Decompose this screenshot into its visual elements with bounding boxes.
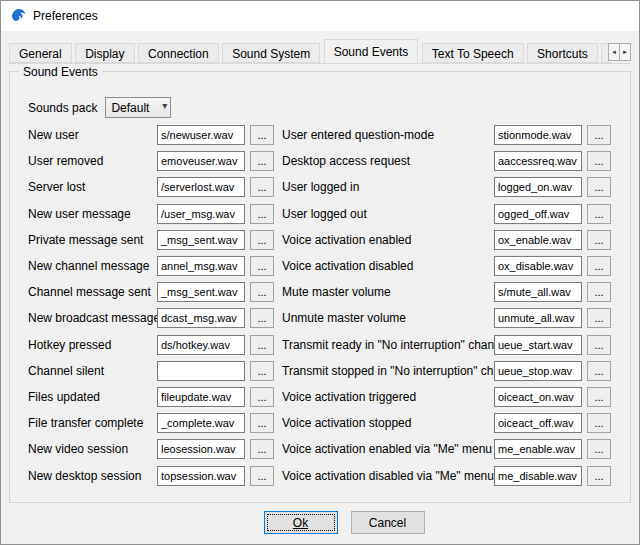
browse-button[interactable]: ...: [250, 230, 274, 250]
browse-button[interactable]: ...: [587, 125, 611, 145]
sound-event-label: Mute master volume: [282, 285, 494, 299]
sound-event-row: Server lost ...: [28, 174, 274, 200]
sound-events-right-column: User entered question-mode ... Desktop a…: [282, 122, 611, 489]
sounds-pack-value: Default: [111, 101, 149, 115]
sound-file-input[interactable]: [494, 204, 582, 224]
browse-button[interactable]: ...: [250, 387, 274, 407]
sound-event-row: Voice activation stopped ...: [282, 410, 611, 436]
sound-event-row: User entered question-mode ...: [282, 122, 611, 148]
sound-file-input[interactable]: [157, 151, 245, 171]
sound-event-row: New broadcast message ...: [28, 305, 274, 331]
sound-file-input[interactable]: [494, 125, 582, 145]
browse-button[interactable]: ...: [250, 466, 274, 486]
sound-file-input[interactable]: [494, 466, 582, 486]
sound-event-label: User entered question-mode: [282, 128, 494, 142]
sound-file-input[interactable]: [494, 439, 582, 459]
sound-event-label: Desktop access request: [282, 154, 494, 168]
sound-file-input[interactable]: [494, 256, 582, 276]
browse-button[interactable]: ...: [250, 125, 274, 145]
browse-button[interactable]: ...: [250, 204, 274, 224]
tab-display[interactable]: Display: [75, 43, 134, 63]
sound-events-left-column: New user ... User removed ... Server los…: [28, 122, 274, 489]
sound-file-input[interactable]: [157, 361, 245, 381]
browse-button[interactable]: ...: [587, 282, 611, 302]
sound-file-input[interactable]: [157, 439, 245, 459]
sound-event-label: New video session: [28, 442, 157, 456]
browse-button[interactable]: ...: [587, 439, 611, 459]
browse-button[interactable]: ...: [250, 439, 274, 459]
sound-file-input[interactable]: [157, 125, 245, 145]
sound-file-input[interactable]: [494, 230, 582, 250]
browse-button[interactable]: ...: [250, 282, 274, 302]
sound-event-label: Voice activation enabled: [282, 233, 494, 247]
sound-event-row: Voice activation enabled via "Me" menu .…: [282, 436, 611, 462]
sound-event-row: Transmit stopped in "No interruption" ch…: [282, 358, 611, 384]
sound-event-label: New channel message: [28, 259, 157, 273]
sound-file-input[interactable]: [157, 466, 245, 486]
sound-file-input[interactable]: [494, 282, 582, 302]
sound-event-row: New video session ...: [28, 436, 274, 462]
browse-button[interactable]: ...: [587, 361, 611, 381]
browse-button[interactable]: ...: [587, 335, 611, 355]
chevron-down-icon: ▾: [162, 100, 167, 111]
tab-text-to-speech[interactable]: Text To Speech: [422, 43, 524, 63]
sound-file-input[interactable]: [157, 282, 245, 302]
sound-file-input[interactable]: [157, 256, 245, 276]
browse-button[interactable]: ...: [587, 413, 611, 433]
sound-event-label: Voice activation enabled via "Me" menu: [282, 442, 494, 456]
sound-event-row: Desktop access request ...: [282, 148, 611, 174]
sound-file-input[interactable]: [157, 308, 245, 328]
browse-button[interactable]: ...: [250, 413, 274, 433]
groupbox-title: Sound Events: [19, 65, 102, 79]
browse-button[interactable]: ...: [250, 177, 274, 197]
ok-button[interactable]: Ok: [264, 511, 338, 534]
tab-list: General Display Connection Sound System …: [9, 39, 611, 64]
browse-button[interactable]: ...: [587, 256, 611, 276]
sound-file-input[interactable]: [494, 308, 582, 328]
sound-event-row: File transfer complete ...: [28, 410, 274, 436]
browse-button[interactable]: ...: [587, 466, 611, 486]
sound-file-input[interactable]: [494, 387, 582, 407]
browse-button[interactable]: ...: [587, 204, 611, 224]
sound-file-input[interactable]: [157, 387, 245, 407]
title-bar[interactable]: Preferences: [1, 1, 639, 31]
sound-file-input[interactable]: [157, 177, 245, 197]
browse-button[interactable]: ...: [250, 256, 274, 276]
tab-general[interactable]: General: [9, 43, 72, 63]
sounds-pack-label: Sounds pack: [28, 101, 97, 115]
sound-event-row: Mute master volume ...: [282, 279, 611, 305]
browse-button[interactable]: ...: [587, 177, 611, 197]
tab-connection[interactable]: Connection: [138, 43, 219, 63]
sound-file-input[interactable]: [157, 335, 245, 355]
sound-event-label: New user: [28, 128, 157, 142]
sound-event-row: Private message sent ...: [28, 227, 274, 253]
sound-file-input[interactable]: [157, 204, 245, 224]
tab-sound-system[interactable]: Sound System: [222, 43, 320, 63]
browse-button[interactable]: ...: [587, 230, 611, 250]
browse-button[interactable]: ...: [250, 308, 274, 328]
tab-sound-events[interactable]: Sound Events: [324, 39, 419, 63]
tab-scroll-right-button[interactable]: ►: [619, 43, 631, 61]
sound-file-input[interactable]: [494, 413, 582, 433]
sound-file-input[interactable]: [494, 335, 582, 355]
sound-file-input[interactable]: [494, 151, 582, 171]
sound-event-row: New user message ...: [28, 201, 274, 227]
browse-button[interactable]: ...: [250, 335, 274, 355]
browse-button[interactable]: ...: [587, 151, 611, 171]
dialog-footer: Ok Cancel: [25, 511, 640, 534]
sound-file-input[interactable]: [494, 361, 582, 381]
sound-event-label: New desktop session: [28, 469, 157, 483]
browse-button[interactable]: ...: [587, 387, 611, 407]
sound-file-input[interactable]: [157, 230, 245, 250]
tab-shortcuts[interactable]: Shortcuts: [527, 43, 598, 63]
browse-button[interactable]: ...: [250, 151, 274, 171]
browse-button[interactable]: ...: [250, 361, 274, 381]
browse-button[interactable]: ...: [587, 308, 611, 328]
sound-file-input[interactable]: [494, 177, 582, 197]
sound-file-input[interactable]: [157, 413, 245, 433]
cancel-button[interactable]: Cancel: [351, 511, 425, 534]
sound-event-row: Hotkey pressed ...: [28, 332, 274, 358]
sound-event-label: New broadcast message: [28, 311, 157, 325]
sounds-pack-select[interactable]: Default ▾: [105, 97, 171, 118]
sound-event-row: Channel silent ...: [28, 358, 274, 384]
